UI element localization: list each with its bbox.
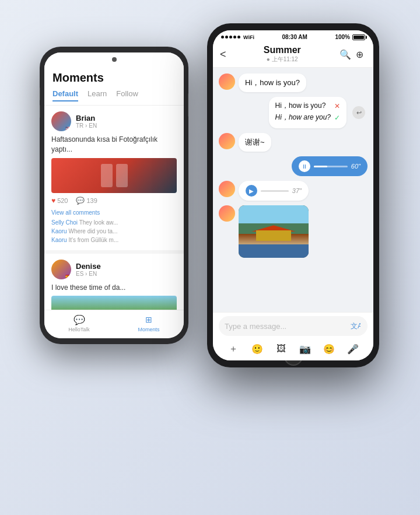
audio-progress: [314, 166, 327, 167]
lang-denise: ES › EN: [76, 271, 101, 277]
moments-screen: Moments Default Learn Follow 🇺🇸 Brian: [44, 52, 184, 338]
add-button[interactable]: ＋: [225, 341, 242, 357]
chat-last-seen: ● 上午11:12: [226, 55, 338, 64]
battery-percent: 100%: [335, 34, 350, 40]
hellotalk-icon: 💬: [74, 314, 85, 325]
lang-brian: TR › EN: [76, 122, 97, 129]
signal-dots: [221, 36, 240, 38]
bottom-tab-moments[interactable]: ⊞ Moments: [138, 314, 160, 332]
audio-duration-recv: 37": [292, 187, 302, 194]
chat-header: < Summer ● 上午11:12 🔍 ⊕: [213, 43, 373, 68]
tab-learn[interactable]: Learn: [88, 89, 107, 101]
audio-recv[interactable]: ▶ 37": [239, 181, 309, 201]
mic-button[interactable]: 🎤: [345, 341, 361, 357]
translate-icon: 文A: [350, 321, 360, 331]
comment2: Kaoru Where did you ta...: [51, 227, 177, 236]
chat-tools: ＋ 🙂 🖼 📷 😊 🎤: [219, 341, 368, 357]
figure2: [116, 164, 128, 187]
message-2: ↩ Hi，how is you? ✕ Hi，how are you? ✓: [219, 97, 368, 128]
username-denise: Denise: [76, 262, 101, 271]
comment-icon: 💬: [76, 197, 85, 205]
play-button[interactable]: ▶: [246, 185, 257, 197]
avatar-summer-3: [219, 133, 235, 149]
correction-wrong: Hi，how is you? ✕: [275, 101, 340, 111]
audio-sent[interactable]: ⏸ 60": [292, 156, 368, 176]
pause-button[interactable]: ⏸: [299, 160, 310, 172]
moments-icon: ⊞: [143, 314, 155, 325]
avatar-summer-5: [219, 181, 235, 197]
image-button[interactable]: 🖼: [273, 341, 289, 357]
status-bar: WiFi 08:30 AM 100%: [213, 30, 373, 43]
comment1: Selly Choi They look aw...: [51, 218, 177, 227]
chat-contact-name: Summer: [226, 45, 338, 55]
power-button: [188, 93, 188, 117]
audio-duration-sent: 60": [351, 163, 360, 170]
status-left: WiFi: [221, 34, 254, 40]
avatar-summer-6: [219, 205, 235, 222]
chat-input-area: Type a message... 文A ＋ 🙂 🖼 📷 😊 🎤: [213, 312, 373, 360]
status-time: 08:30 AM: [282, 34, 307, 40]
avatar-denise: 🇪🇸: [51, 260, 71, 279]
post-denise-header: 🇪🇸 Denise ES › EN: [51, 260, 177, 279]
settings-button[interactable]: ⊕: [352, 49, 366, 60]
correction-bubble: Hi，how is you? ✕ Hi，how are you? ✓: [269, 97, 346, 128]
view-all-comments[interactable]: View all comments: [51, 208, 177, 217]
correction-correct: Hi，how are you? ✓: [275, 113, 340, 122]
msg-text-3: 谢谢~: [245, 138, 265, 146]
post-actions-brian[interactable]: ♥ 520 💬 139: [51, 197, 177, 205]
comments-count[interactable]: 💬 139: [76, 197, 97, 205]
chat-input-row[interactable]: Type a message... 文A: [219, 316, 368, 336]
volume-up-button: [40, 87, 40, 100]
message-1: Hi，how is you?: [219, 73, 368, 92]
wrong-text: Hi，how is you?: [275, 101, 326, 111]
search-button[interactable]: 🔍: [338, 49, 352, 60]
post-text-brian: Haftasonunda kısa bi Fotoğrafçılık yaptı…: [51, 135, 177, 155]
reply-icon[interactable]: ↩: [352, 106, 365, 119]
temple-body: [256, 230, 291, 241]
post-comments: View all comments Selly Choi They look a…: [51, 208, 177, 244]
post-image-denise: [51, 296, 177, 310]
moments-tabs[interactable]: Default Learn Follow: [52, 89, 176, 101]
sticker-button[interactable]: 😊: [321, 341, 337, 357]
tab-follow[interactable]: Follow: [116, 89, 138, 101]
message-input-placeholder[interactable]: Type a message...: [225, 322, 349, 331]
battery-fill: [354, 36, 364, 39]
post-image-brian: [51, 158, 177, 193]
wrong-icon: ✕: [334, 102, 340, 110]
avatar-brian: 🇺🇸: [51, 111, 71, 131]
correct-icon: ✓: [334, 114, 340, 122]
camera-button[interactable]: 📷: [297, 341, 313, 357]
post-brian: 🇺🇸 Brian TR › EN Haftasonunda kısa bi Fo…: [44, 106, 184, 250]
username-brian: Brian: [76, 114, 97, 122]
figure1: [101, 164, 113, 187]
chat-messages: Hi，how is you? ↩ Hi，how is you? ✕ Hi，how…: [213, 68, 373, 312]
likes-number: 520: [57, 197, 68, 204]
wifi-icon: WiFi: [243, 34, 254, 40]
back-camera: [112, 57, 117, 62]
tab-default[interactable]: Default: [52, 89, 78, 101]
moments-feed: 🇺🇸 Brian TR › EN Haftasonunda kısa bi Fo…: [44, 106, 184, 310]
comments-number: 139: [86, 197, 97, 204]
svg-text:文A: 文A: [351, 322, 360, 330]
back-button[interactable]: <: [220, 48, 226, 61]
post-user-info-denise: Denise ES › EN: [76, 262, 101, 277]
post-denise: 🇪🇸 Denise ES › EN I love these time of d…: [44, 254, 184, 310]
denise-flag: 🇪🇸: [65, 275, 71, 279]
audio-waveform-recv: [261, 190, 289, 192]
bottom-tab-hellotalk[interactable]: 💬 HelloTalk: [68, 314, 90, 332]
chat-screen: WiFi 08:30 AM 100% < Summer ● 上午11:12 🔍 …: [213, 30, 373, 360]
image-bubble[interactable]: [239, 205, 309, 258]
status-right: 100%: [335, 34, 365, 40]
likes-count[interactable]: ♥ 520: [51, 197, 68, 205]
emoji-button[interactable]: 🙂: [249, 341, 265, 357]
translate-button[interactable]: 文A: [349, 320, 362, 332]
audio-waveform-sent: [314, 166, 348, 167]
message-3: 谢谢~: [219, 133, 368, 152]
volume-down-button: [40, 105, 40, 118]
bubble-1: Hi，how is you?: [239, 73, 306, 92]
post-user-info-brian: Brian TR › EN: [76, 114, 97, 129]
moments-bottom-bar: 💬 HelloTalk ⊞ Moments: [44, 310, 184, 338]
bubble-3: 谢谢~: [239, 133, 271, 152]
post-text-denise: I love these time of da...: [51, 283, 177, 293]
hellotalk-label: HelloTalk: [68, 327, 90, 332]
